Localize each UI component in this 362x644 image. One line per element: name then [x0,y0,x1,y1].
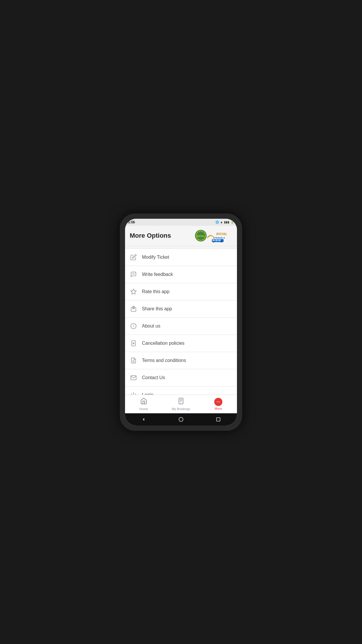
svg-rect-8 [218,239,221,241]
signal-icon: ▮▮▮ [224,220,229,224]
menu-item-share-app[interactable]: Share this app [125,300,237,318]
recents-button[interactable] [215,416,222,423]
nav-label-home: Home [139,407,148,411]
bookings-icon [178,398,184,406]
nav-label-more: More [215,407,222,410]
pencil-icon [130,253,137,261]
menu-list: Modify Ticket Write feedback [125,246,237,395]
svg-marker-30 [143,418,144,421]
back-button[interactable] [140,416,147,423]
status-time: 5:06 [128,220,135,224]
app-screen: 5:06 🌐 ▲ ▮▮▮ 🔋 More Options [125,219,237,426]
svg-text:ROYAL: ROYAL [197,235,205,237]
info-icon [130,322,137,330]
svg-rect-7 [215,239,218,241]
phone-device: 5:06 🌐 ▲ ▮▮▮ 🔋 More Options [120,214,242,431]
royal-travels-logo: ROYAL ROYAL TRAVELS [194,229,232,242]
menu-label-terms-conditions: Terms and conditions [142,358,186,363]
svg-text:TRAVELS: TRAVELS [214,237,225,239]
wifi-icon: ▲ [220,220,223,224]
star-icon [130,288,137,295]
logo-container: ROYAL ROYAL TRAVELS [194,229,232,242]
menu-item-login[interactable]: Login [125,386,237,395]
menu-item-terms-conditions[interactable]: Terms and conditions [125,352,237,369]
svg-marker-14 [131,289,136,294]
menu-label-contact-us: Contact Us [142,375,165,380]
power-icon [130,391,137,395]
battery-icon: 🔋 [231,220,234,224]
menu-label-cancellation-policies: Cancellation policies [142,341,184,346]
mail-icon [130,374,137,382]
phone-screen: 5:06 🌐 ▲ ▮▮▮ 🔋 More Options [125,219,237,426]
header-title: More Options [130,232,171,239]
share-icon [130,305,137,313]
chat-icon [130,271,137,278]
menu-item-modify-ticket[interactable]: Modify Ticket [125,249,237,266]
svg-rect-6 [212,239,215,241]
bottom-nav: Home My Bookings ··· [125,395,237,413]
menu-item-write-feedback[interactable]: Write feedback [125,266,237,283]
nav-item-home[interactable]: Home [125,395,162,413]
nav-item-more[interactable]: ··· More [200,395,237,413]
svg-text:ROYAL: ROYAL [216,232,227,236]
menu-label-modify-ticket: Modify Ticket [142,255,169,260]
cancellation-icon [130,340,137,347]
menu-label-share-app: Share this app [142,306,172,312]
menu-item-contact-us[interactable]: Contact Us [125,369,237,386]
menu-label-write-feedback: Write feedback [142,272,173,277]
menu-item-cancellation-policies[interactable]: Cancellation policies [125,335,237,352]
document-icon [130,357,137,364]
menu-label-rate-app: Rate this app [142,289,169,294]
nav-item-my-bookings[interactable]: My Bookings [162,395,200,413]
world-icon: 🌐 [215,220,219,224]
menu-label-login: Login [142,392,153,395]
menu-label-about-us: About us [142,323,160,329]
more-icon: ··· [214,398,222,406]
app-header: More Options ROYAL ROYAL TRAVELS [125,226,237,246]
android-nav-bar [125,413,237,426]
home-button[interactable] [178,416,184,423]
status-icons: 🌐 ▲ ▮▮▮ 🔋 [215,220,234,224]
menu-item-about-us[interactable]: About us [125,318,237,335]
home-icon [140,398,147,406]
nav-label-my-bookings: My Bookings [172,407,190,411]
status-bar: 5:06 🌐 ▲ ▮▮▮ 🔋 [125,219,237,226]
menu-item-rate-app[interactable]: Rate this app [125,283,237,300]
